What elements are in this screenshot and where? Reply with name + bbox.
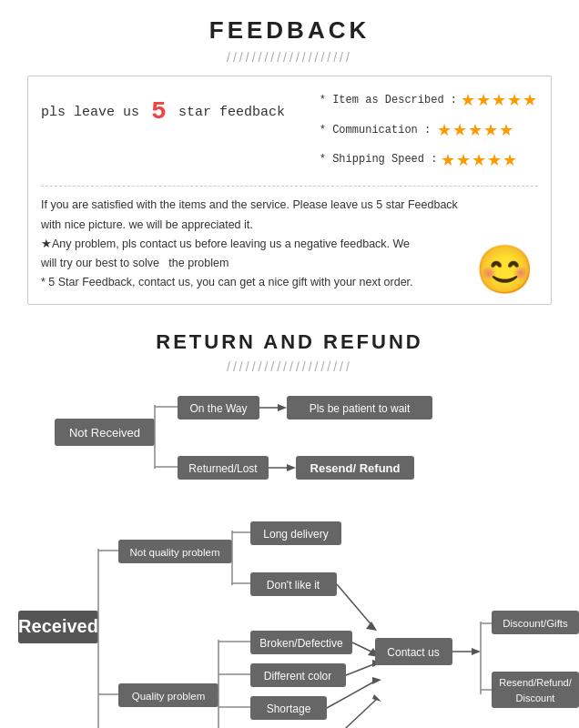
- svg-text:Shortage: Shortage: [267, 703, 311, 715]
- svg-marker-59: [472, 648, 481, 655]
- feedback-left-text: pls leave us 5 star feedback: [41, 87, 285, 131]
- svg-text:Broken/Defective: Broken/Defective: [259, 637, 343, 650]
- communication-label: * Communication :: [320, 122, 433, 139]
- emoji-face: 😊: [475, 246, 534, 293]
- svg-line-54: [332, 699, 377, 728]
- shipping-stars: ★★★★★: [441, 147, 518, 174]
- svg-marker-55: [372, 694, 381, 702]
- feedback-number: 5: [151, 97, 167, 126]
- feedback-section: FEEDBACK //////////////////// pls leave …: [0, 0, 579, 314]
- feedback-body: If you are satisfied with the items and …: [41, 196, 538, 292]
- item-described-label: * Item as Described :: [320, 92, 457, 109]
- return-divider: ////////////////////: [18, 359, 561, 374]
- feedback-title: FEEDBACK: [27, 16, 552, 45]
- svg-text:Long delivery: Long delivery: [263, 528, 328, 541]
- svg-marker-47: [366, 622, 377, 631]
- not-received-svg: Not Received On the Way Pls be patient t…: [18, 387, 546, 487]
- svg-text:Not quality problem: Not quality problem: [129, 547, 219, 558]
- svg-text:Discount: Discount: [516, 693, 555, 703]
- feedback-line-1: If you are satisfied with the items and …: [41, 196, 538, 292]
- feedback-star-rows: * Item as Described : ★★★★★ * Communicat…: [320, 87, 538, 177]
- star-row-item-described: * Item as Described : ★★★★★: [320, 87, 538, 114]
- svg-text:On the Way: On the Way: [190, 402, 248, 415]
- feedback-text-before: pls leave us: [41, 105, 139, 120]
- svg-text:Received: Received: [18, 616, 98, 636]
- received-svg: Received Not quality problem Long delive…: [18, 503, 564, 728]
- shipping-label: * Shipping Speed :: [320, 151, 438, 168]
- return-title: RETURN AND REFUND: [18, 330, 561, 354]
- received-diagram: Received Not quality problem Long delive…: [18, 503, 561, 728]
- feedback-divider: ////////////////////: [27, 50, 552, 65]
- communication-stars: ★★★★★: [437, 117, 514, 144]
- svg-line-46: [337, 584, 373, 627]
- star-row-shipping: * Shipping Speed : ★★★★★: [320, 147, 538, 174]
- svg-text:Pls be patient to wait: Pls be patient to wait: [310, 402, 411, 415]
- item-described-stars: ★★★★★: [461, 87, 538, 114]
- svg-text:Different color: Different color: [264, 670, 331, 682]
- svg-marker-14: [287, 464, 296, 471]
- svg-text:Not Received: Not Received: [69, 426, 140, 440]
- svg-marker-53: [372, 677, 381, 684]
- svg-text:Quality problem: Quality problem: [132, 691, 206, 702]
- feedback-text-after: star feedback: [178, 105, 285, 120]
- svg-text:Resend/ Refund: Resend/ Refund: [310, 461, 401, 475]
- svg-text:Returned/Lost: Returned/Lost: [188, 462, 258, 475]
- feedback-top: pls leave us 5 star feedback * Item as D…: [41, 87, 538, 187]
- svg-text:Resend/Refund/: Resend/Refund/: [499, 677, 572, 688]
- not-received-diagram: Not Received On the Way Pls be patient t…: [18, 387, 561, 487]
- star-row-communication: * Communication : ★★★★★: [320, 117, 538, 144]
- return-section: RETURN AND REFUND //////////////////// N…: [0, 314, 579, 728]
- svg-text:Contact us: Contact us: [387, 646, 439, 659]
- feedback-box: pls leave us 5 star feedback * Item as D…: [27, 76, 552, 305]
- svg-text:Don't like it: Don't like it: [267, 579, 320, 592]
- svg-marker-7: [278, 404, 287, 411]
- svg-line-50: [346, 663, 376, 675]
- svg-text:Discount/Gifts: Discount/Gifts: [503, 618, 568, 629]
